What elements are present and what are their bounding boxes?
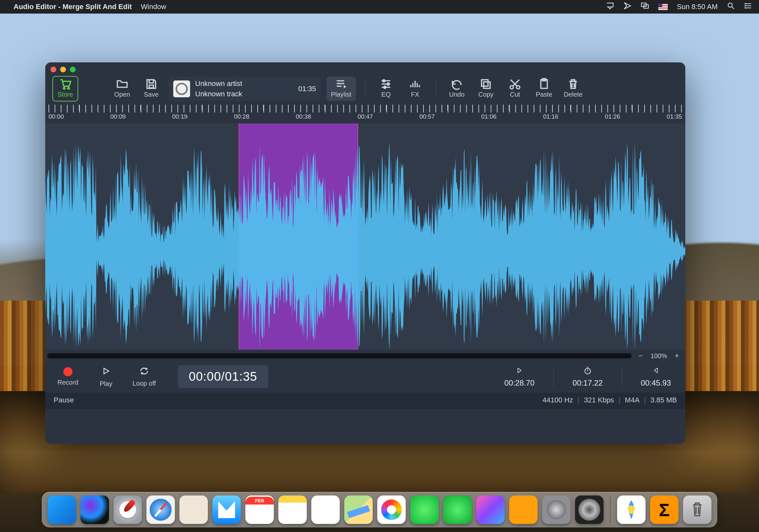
timeline-tick-label: 01:16 — [543, 113, 559, 120]
bluetooth-icon[interactable] — [623, 2, 632, 12]
dock-app-launchpad[interactable] — [113, 495, 142, 524]
dock-app-messages[interactable] — [410, 495, 439, 524]
waveform-area[interactable] — [45, 124, 685, 350]
open-button[interactable]: Open — [110, 79, 134, 98]
menubar-clock[interactable]: Sun 8:50 AM — [677, 3, 718, 11]
dock-app-photos[interactable] — [377, 495, 406, 524]
close-window-button[interactable] — [51, 66, 56, 72]
selection-end-handle[interactable] — [353, 232, 362, 241]
fx-label: FX — [411, 91, 419, 98]
marker-in-icon — [516, 365, 523, 375]
marker-duration-value: 00:17.22 — [573, 378, 603, 388]
timeline-tick-label: 00:00 — [49, 113, 64, 120]
dock-app-orange[interactable]: Σ — [650, 495, 679, 524]
timeline-tick-label: 01:06 — [481, 113, 497, 120]
selection-region[interactable] — [239, 124, 358, 350]
eq-label: EQ — [381, 91, 391, 98]
playlist-button[interactable]: Playlist — [327, 77, 356, 101]
record-label: Record — [58, 379, 78, 386]
dock-app-calendar[interactable]: FEB4 — [245, 495, 274, 524]
toolbar: Store Open Save Unknown artist Unknown t… — [45, 71, 685, 105]
timeline-tick-label: 00:09 — [110, 113, 126, 120]
marker-duration: 00:17.22 — [567, 365, 609, 388]
timeline-ruler[interactable]: 00:0000:0900:1900:2800:3800:4700:5701:06… — [45, 105, 685, 122]
scissors-icon — [508, 79, 521, 89]
play-label: Play — [100, 380, 112, 388]
dock-app-sysprefs[interactable] — [542, 495, 571, 524]
fullscreen-window-button[interactable] — [70, 66, 76, 72]
menubar-appname[interactable]: Audio Editor - Merge Split And Edit — [14, 3, 132, 11]
timeline-tick-label: 00:47 — [358, 113, 373, 120]
dock-app-safari[interactable] — [146, 495, 175, 524]
dock-app-mail[interactable] — [212, 495, 241, 524]
nowplaying-duration: 01:35 — [299, 85, 316, 93]
dock-app-ibooks[interactable] — [509, 495, 538, 524]
dock-app-maps[interactable] — [344, 495, 373, 524]
dock-app-trash[interactable] — [683, 495, 711, 524]
eq-button[interactable]: EQ — [374, 79, 398, 98]
minimize-window-button[interactable] — [60, 66, 66, 72]
undo-label: Undo — [449, 91, 464, 98]
toolbar-divider — [436, 80, 436, 98]
svg-point-7 — [67, 88, 69, 89]
dock-app-facetime[interactable] — [443, 495, 472, 524]
keyboard-layout-flag-icon[interactable] — [658, 4, 668, 10]
zoom-value: 100% — [645, 352, 672, 360]
calendar-day: 4 — [255, 505, 264, 523]
paste-button[interactable]: Paste — [533, 79, 556, 98]
delete-button[interactable]: Delete — [562, 79, 585, 98]
status-size: 3.85 MB — [650, 396, 677, 404]
window-titlebar[interactable] — [45, 62, 685, 71]
store-button[interactable]: Store — [52, 76, 78, 101]
notification-center-icon[interactable] — [744, 2, 752, 12]
time-display: 00:00/01:35 — [178, 365, 268, 388]
screen-mirroring-icon[interactable] — [641, 2, 649, 12]
status-samplerate: 44100 Hz — [543, 396, 573, 404]
spotlight-icon[interactable] — [727, 2, 735, 12]
paste-label: Paste — [536, 91, 552, 98]
copy-label: Copy — [478, 91, 494, 98]
airplay-icon[interactable] — [606, 2, 614, 12]
cut-button[interactable]: Cut — [503, 79, 527, 98]
dock-app-dvd[interactable] — [575, 495, 604, 524]
marker-divider — [553, 365, 554, 388]
dock-app-audioedit[interactable] — [617, 495, 646, 524]
svg-point-5 — [745, 7, 746, 8]
dock-separator — [610, 496, 611, 523]
svg-point-10 — [387, 83, 389, 85]
status-format: M4A — [625, 396, 639, 404]
undo-button[interactable]: Undo — [445, 79, 468, 98]
marker-in: 00:28.70 — [499, 365, 540, 388]
clipboard-icon — [538, 79, 550, 89]
svg-point-4 — [745, 6, 746, 7]
svg-point-20 — [585, 368, 590, 374]
loop-button[interactable]: Loop off — [130, 366, 158, 387]
record-icon — [63, 367, 72, 376]
status-bar: Pause 44100 Hz 321 Kbps M4A 3.85 MB — [45, 393, 685, 409]
dock-app-siri[interactable] — [80, 495, 109, 524]
copy-button[interactable]: Copy — [474, 79, 498, 98]
fx-button[interactable]: FX — [403, 79, 427, 98]
save-icon — [145, 79, 158, 89]
play-button[interactable]: Play — [92, 366, 120, 388]
dock-app-finder[interactable] — [48, 495, 76, 524]
dock-app-reminders[interactable] — [311, 495, 340, 524]
save-button[interactable]: Save — [140, 79, 163, 98]
record-button[interactable]: Record — [54, 367, 82, 386]
toolbar-divider — [365, 80, 365, 98]
selection-start-handle[interactable] — [235, 232, 243, 241]
album-art-icon — [173, 81, 190, 97]
zoom-out-button[interactable]: − — [636, 352, 645, 360]
zoom-in-button[interactable]: + — [672, 352, 681, 360]
zoom-scrollbar[interactable] — [47, 353, 632, 359]
trash-icon — [567, 79, 579, 89]
dock-app-itunes[interactable] — [476, 495, 504, 524]
equalizer-bars-icon — [409, 79, 421, 89]
dock-app-notes[interactable] — [278, 495, 307, 524]
svg-point-3 — [745, 3, 746, 4]
open-label: Open — [114, 91, 130, 98]
timeline-tick-label: 00:57 — [419, 113, 435, 120]
waveform-selected — [45, 124, 685, 379]
dock-app-contacts[interactable] — [180, 495, 208, 524]
menubar-window[interactable]: Window — [141, 3, 166, 11]
